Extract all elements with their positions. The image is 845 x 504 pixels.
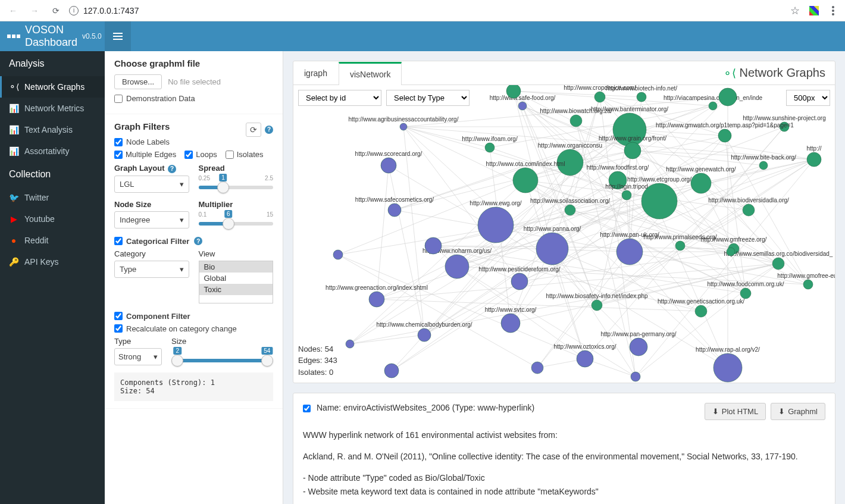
- category-select[interactable]: Type▾: [114, 261, 189, 278]
- recalc-checkbox[interactable]: [114, 324, 123, 333]
- chevron-down-icon: ▾: [180, 180, 184, 189]
- svg-point-224: [577, 350, 593, 367]
- svg-point-184: [622, 190, 631, 200]
- svg-text:http://www.chemicalbodyburden.: http://www.chemicalbodyburden.org/: [376, 321, 472, 328]
- node-labels-checkbox[interactable]: [114, 138, 123, 146]
- size-select[interactable]: 500px: [786, 90, 830, 106]
- loops-checkbox[interactable]: [184, 151, 193, 159]
- sidebar-item-reddit[interactable]: ● Reddit: [0, 230, 105, 251]
- sidebar-item-text-analysis[interactable]: 📊 Text Analysis: [0, 119, 105, 140]
- svg-line-68: [377, 165, 389, 299]
- svg-text:http://www.semillas.org.co/bio: http://www.semillas.org.co/biodiversidad…: [724, 251, 833, 257]
- layout-label: Graph Layout ?: [114, 164, 189, 173]
- tab-visnetwork[interactable]: visNetwork: [339, 62, 402, 85]
- view-listbox[interactable]: Bio Global Toxic: [199, 261, 274, 303]
- multiplier-slider[interactable]: 0.1 6 15: [199, 211, 274, 226]
- version: v0.5.0: [82, 32, 102, 40]
- view-option[interactable]: Toxic: [199, 284, 273, 295]
- svg-text:http://www.sunshine-project.or: http://www.sunshine-project.org: [743, 115, 826, 121]
- site-info-icon[interactable]: i: [69, 6, 79, 15]
- type-label: Type: [114, 337, 162, 346]
- graphml-button[interactable]: ⬇Graphml: [771, 403, 825, 420]
- network-svg[interactable]: http://www.cropchoice.com/http://www.bio…: [293, 85, 835, 383]
- help-icon[interactable]: ?: [194, 237, 202, 245]
- svg-point-208: [511, 273, 528, 290]
- svg-point-190: [388, 204, 401, 217]
- address-bar[interactable]: i 127.0.0.1:7437: [69, 6, 785, 15]
- demo-data-checkbox[interactable]: [114, 95, 123, 103]
- svg-point-164: [718, 129, 731, 142]
- svg-text:http://www.panna.org/: http://www.panna.org/: [524, 226, 581, 232]
- twitter-icon: 🐦: [9, 193, 18, 202]
- sidebar-item-youtube[interactable]: ▶ Youtube: [0, 208, 105, 230]
- svg-point-188: [743, 204, 755, 216]
- hamburger-icon: [113, 33, 123, 40]
- svg-text:http://ngin.tripod: http://ngin.tripod: [605, 183, 648, 190]
- select-by-type[interactable]: Select by Type: [386, 90, 470, 106]
- svg-text:http://www.ewg.org/: http://www.ewg.org/: [470, 200, 521, 206]
- svg-point-172: [624, 142, 641, 159]
- bookmark-icon[interactable]: ☆: [790, 4, 800, 17]
- nodesize-select[interactable]: Indegree▾: [114, 211, 189, 228]
- sidebar-item-label: Text Analysis: [24, 125, 73, 134]
- svg-point-196: [536, 233, 568, 265]
- svg-point-154: [400, 123, 407, 130]
- graph-canvas[interactable]: Select by id Select by Type 500px Nodes:…: [293, 85, 835, 383]
- cat-filter-checkbox[interactable]: [114, 237, 123, 245]
- spread-slider[interactable]: 0.25 1 2.5: [199, 175, 274, 189]
- back-button[interactable]: ←: [5, 2, 21, 19]
- svg-point-198: [616, 239, 643, 265]
- multi-edges-checkbox[interactable]: [114, 151, 123, 159]
- sidebar-item-label: API Keys: [24, 257, 59, 267]
- size-label: Size: [171, 337, 273, 346]
- isolates-checkbox[interactable]: [226, 151, 234, 159]
- sidebar-item-assortativity[interactable]: 📊 Assortativity: [0, 140, 105, 162]
- svg-line-141: [350, 335, 424, 344]
- tab-igraph[interactable]: igraph: [293, 62, 339, 84]
- svg-point-174: [759, 161, 768, 170]
- layout-select[interactable]: LGL▾: [114, 176, 189, 193]
- view-option[interactable]: Global: [199, 273, 273, 284]
- sidebar-item-label: Assortativity: [24, 146, 69, 156]
- toggle-sidebar-button[interactable]: [105, 21, 131, 51]
- profile-icon[interactable]: [809, 6, 819, 15]
- reload-button[interactable]: ⟳: [48, 2, 64, 19]
- refresh-button[interactable]: ⟳: [246, 123, 261, 137]
- help-icon[interactable]: ?: [265, 126, 273, 134]
- sidebar-item-network-graphs[interactable]: ⚬⟨ Network Graphs: [0, 76, 105, 98]
- svg-text:http://www.biodiversidadla.org: http://www.biodiversidadla.org/: [708, 197, 789, 204]
- svg-point-200: [675, 241, 685, 251]
- type-select[interactable]: Strong▾: [114, 348, 162, 365]
- choose-file-label: Choose graphml file: [114, 58, 273, 68]
- url-text: 127.0.0.1:7437: [83, 6, 139, 15]
- info-box: Name: enviroActivistWebsites_2006 (Type:…: [293, 393, 835, 504]
- size-slider[interactable]: 2 54: [171, 348, 273, 362]
- plot-html-button[interactable]: ⬇Plot HTML: [705, 403, 766, 420]
- sidebar-item-network-metrics[interactable]: 📊 Network Metrics: [0, 98, 105, 119]
- chevron-down-icon: ▾: [180, 215, 184, 224]
- sidebar-item-api-keys[interactable]: 🔑 API Keys: [0, 251, 105, 273]
- logo[interactable]: VOSON Dashboard v0.5.0: [0, 21, 105, 51]
- svg-point-192: [565, 205, 575, 215]
- sidebar-item-label: Reddit: [24, 236, 48, 245]
- svg-text:http://www.grain.org/front/: http://www.grain.org/front/: [599, 135, 666, 142]
- svg-text:http://www.etcgroup.org/: http://www.etcgroup.org/: [627, 176, 691, 183]
- svg-text:http://www.foodcomm.org.uk/: http://www.foodcomm.org.uk/: [708, 281, 784, 287]
- svg-text:http://www.pan-germany.org/: http://www.pan-germany.org/: [600, 331, 676, 337]
- comp-filter-checkbox[interactable]: [114, 312, 123, 320]
- browser-menu-icon[interactable]: [832, 10, 834, 12]
- cat-filter-label: Categorical Filter: [126, 237, 189, 246]
- svg-point-178: [513, 168, 538, 193]
- browse-button[interactable]: Browse...: [114, 74, 162, 89]
- sidebar-item-label: Youtube: [24, 214, 55, 224]
- forward-button[interactable]: →: [26, 2, 43, 19]
- sidebar-item-twitter[interactable]: 🐦 Twitter: [0, 187, 105, 208]
- demo-data-label: Demonstration Data: [126, 94, 195, 103]
- info-checkbox[interactable]: [303, 405, 311, 412]
- help-icon[interactable]: ?: [168, 165, 176, 173]
- select-by-id[interactable]: Select by id: [298, 90, 381, 106]
- svg-point-238: [727, 248, 735, 256]
- view-option[interactable]: Bio: [199, 261, 273, 273]
- svg-point-235: [531, 362, 543, 374]
- svg-point-228: [713, 353, 742, 382]
